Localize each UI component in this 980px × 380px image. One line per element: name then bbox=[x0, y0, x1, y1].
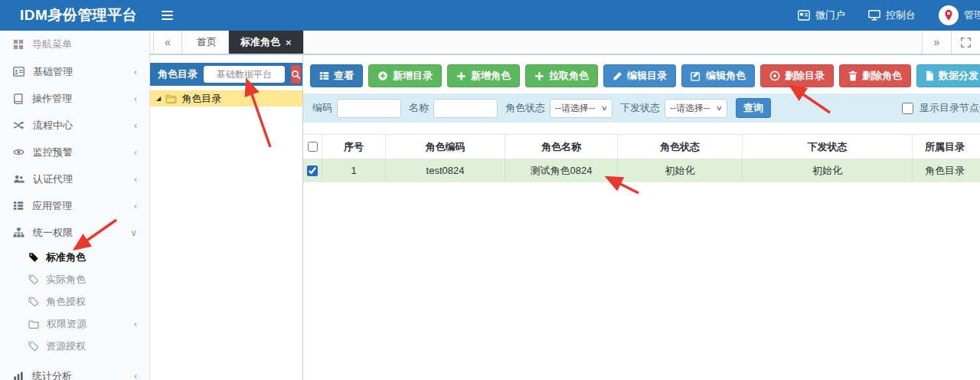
file-icon bbox=[926, 70, 934, 81]
chevron-left-icon: ‹ bbox=[134, 319, 137, 329]
sidebar-item-monitor-alert[interactable]: 监控预警 ‹ bbox=[0, 139, 149, 165]
tag-icon bbox=[28, 274, 38, 284]
table-row[interactable]: 1 test0824 测试角色0824 初始化 初始化 角色目录 bbox=[303, 159, 980, 182]
fullscreen-button[interactable] bbox=[951, 31, 980, 54]
role-status-label: 角色状态 bbox=[505, 101, 545, 115]
double-left-icon: « bbox=[165, 36, 171, 48]
address-card-icon bbox=[13, 67, 24, 77]
col-header-seq: 序号 bbox=[322, 135, 385, 159]
delete-directory-button[interactable]: 删除目录 bbox=[760, 64, 834, 87]
tag-icon bbox=[28, 252, 38, 262]
trash-icon bbox=[848, 70, 858, 81]
sidebar-item-app-mgmt[interactable]: 应用管理 ‹ bbox=[0, 192, 149, 219]
tabs-scroll-right-button[interactable]: » bbox=[922, 31, 951, 54]
cell-directory: 角色目录 bbox=[912, 159, 977, 182]
pencil-icon bbox=[612, 71, 622, 81]
name-label: 名称 bbox=[409, 101, 429, 115]
name-input[interactable] bbox=[433, 99, 498, 118]
chevron-down-icon: ∨ bbox=[601, 104, 608, 112]
table-icon bbox=[319, 71, 329, 80]
edit-role-button[interactable]: 编辑角色 bbox=[681, 64, 755, 87]
show-directory-nodes-toggle[interactable]: 显示目录节点记 bbox=[902, 101, 980, 115]
code-input[interactable] bbox=[337, 99, 401, 118]
topbar-right: 微门户 控制台 管理员 bbox=[798, 5, 980, 25]
user-name: 管理员 bbox=[964, 8, 980, 22]
toolbar: 查看 新增目录 新增角色 拉取角色 编辑目录 bbox=[310, 64, 980, 87]
role-directory-panel: 角色目录 ◢ 角色目录 bbox=[150, 55, 303, 380]
sitemap-icon bbox=[13, 228, 24, 238]
sidebar-item-standard-role[interactable]: 标准角色 bbox=[0, 246, 149, 268]
sidebar-item-process-center[interactable]: 流程中心 ‹ bbox=[0, 112, 149, 139]
tree-search-button[interactable] bbox=[291, 65, 301, 84]
tree-node-role-directory[interactable]: ◢ 角色目录 bbox=[150, 90, 302, 106]
idcard-icon bbox=[798, 10, 810, 21]
plus-circle-icon bbox=[377, 70, 388, 81]
sidebar-item-unified-permission[interactable]: 统一权限 ∨ bbox=[0, 219, 149, 246]
add-role-button[interactable]: 新增角色 bbox=[447, 64, 520, 87]
dispatch-status-label: 下发状态 bbox=[620, 101, 660, 115]
tab-home[interactable]: 首页 bbox=[185, 31, 229, 54]
folder-open-icon bbox=[165, 93, 177, 103]
role-status-select[interactable]: --请选择-- ∨ bbox=[550, 99, 612, 118]
sidebar-item-role-authorization[interactable]: 角色授权 bbox=[0, 290, 149, 313]
col-header-role-status: 角色状态 bbox=[617, 135, 742, 159]
double-right-icon: » bbox=[934, 36, 940, 48]
folder-icon bbox=[28, 319, 39, 329]
show-directory-nodes-checkbox[interactable] bbox=[902, 103, 913, 114]
view-button[interactable]: 查看 bbox=[310, 64, 363, 87]
sidebar-item-actual-role[interactable]: 实际角色 bbox=[0, 268, 149, 290]
chevron-left-icon: ‹ bbox=[134, 174, 137, 185]
dispatch-status-select[interactable]: --请选择-- ∨ bbox=[665, 99, 727, 118]
sidebar-item-basic-mgmt[interactable]: 基础管理 ‹ bbox=[0, 58, 149, 85]
delete-role-button[interactable]: 删除角色 bbox=[839, 64, 911, 87]
sidebar-item-resource-authorization[interactable]: 资源授权 bbox=[0, 335, 149, 357]
sidebar-item-statistics[interactable]: 统计分析 ‹ bbox=[0, 362, 149, 380]
edit-square-icon bbox=[691, 70, 701, 81]
grid-icon bbox=[13, 39, 24, 50]
monitor-icon bbox=[868, 10, 880, 21]
users-icon bbox=[13, 174, 24, 184]
table-header-row: 序号 角色编码 角色名称 角色状态 下发状态 所属目录 bbox=[303, 134, 980, 159]
chevron-left-icon: ‹ bbox=[134, 201, 137, 211]
tab-standard-role[interactable]: 标准角色 × bbox=[229, 31, 304, 54]
expand-icon bbox=[961, 38, 971, 48]
add-directory-button[interactable]: 新增目录 bbox=[368, 64, 442, 87]
close-icon[interactable]: × bbox=[286, 37, 292, 48]
user-menu[interactable]: 管理员 bbox=[939, 5, 980, 25]
col-header-dispatch-status: 下发状态 bbox=[742, 135, 912, 159]
chevron-left-icon: ‹ bbox=[134, 120, 137, 131]
main-content: 查看 新增目录 新增角色 拉取角色 编辑目录 bbox=[303, 55, 980, 380]
tabbar: « 首页 标准角色 × » bbox=[150, 31, 980, 55]
plus-icon bbox=[534, 71, 544, 81]
filter-bar: 编码 名称 角色状态 --请选择-- ∨ 下发状态 --请选择-- ∨ 查询 显… bbox=[303, 93, 980, 123]
edit-directory-button[interactable]: 编辑目录 bbox=[603, 64, 676, 87]
chevron-left-icon: ‹ bbox=[134, 147, 137, 158]
sidebar-item-operation-mgmt[interactable]: 操作管理 ‹ bbox=[0, 85, 149, 112]
chevron-left-icon: ‹ bbox=[134, 93, 137, 104]
data-distribute-button[interactable]: 数据分发 bbox=[916, 64, 980, 87]
tree-search-input[interactable] bbox=[204, 66, 285, 83]
role-directory-header: 角色目录 bbox=[150, 63, 302, 86]
tree-expand-caret-icon[interactable]: ◢ bbox=[156, 96, 161, 102]
sidebar-item-auth-proxy[interactable]: 认证代理 ‹ bbox=[0, 165, 149, 192]
chevron-left-icon: ‹ bbox=[134, 371, 137, 380]
tag-icon bbox=[28, 341, 38, 351]
select-all-checkbox[interactable] bbox=[308, 142, 318, 152]
sidebar-item-permission-resource[interactable]: 权限资源 ‹ bbox=[0, 313, 149, 335]
portal-link[interactable]: 微门户 bbox=[798, 8, 845, 22]
tabs-scroll-left-button[interactable]: « bbox=[153, 31, 182, 54]
row-checkbox[interactable] bbox=[307, 165, 318, 176]
cell-seq: 1 bbox=[322, 159, 385, 182]
console-link[interactable]: 控制台 bbox=[868, 8, 916, 22]
col-header-role-name: 角色名称 bbox=[505, 135, 617, 159]
panel-title: 角色目录 bbox=[158, 67, 198, 81]
code-label: 编码 bbox=[312, 101, 332, 115]
pull-role-button[interactable]: 拉取角色 bbox=[525, 64, 598, 87]
tree-node-label: 角色目录 bbox=[181, 92, 221, 106]
shuffle-icon bbox=[13, 120, 24, 130]
app-title: IDM身份管理平台 bbox=[0, 5, 137, 25]
col-header-role-code: 角色编码 bbox=[385, 135, 505, 159]
hamburger-menu-icon[interactable] bbox=[162, 11, 173, 20]
query-button[interactable]: 查询 bbox=[736, 98, 771, 118]
cell-role-status: 初始化 bbox=[617, 159, 742, 182]
